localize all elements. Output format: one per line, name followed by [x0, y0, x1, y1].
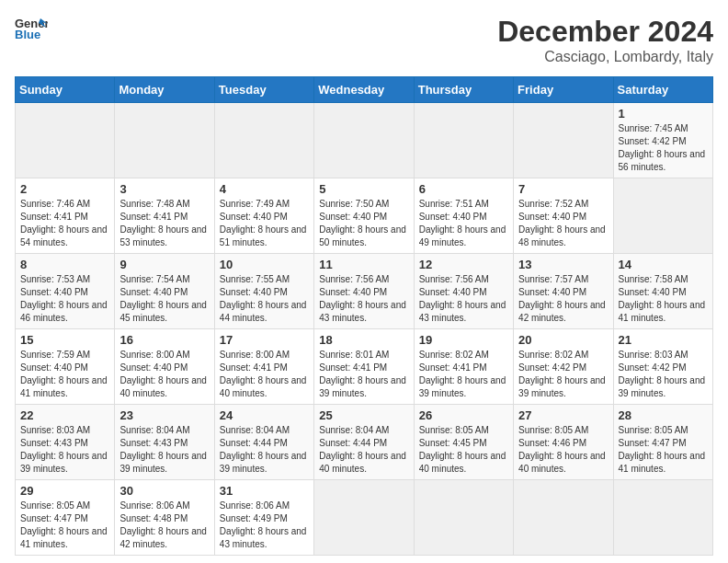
- day-number: 13: [518, 258, 608, 271]
- day-number: 5: [319, 182, 408, 196]
- calendar-cell: 24Sunrise: 8:04 AMSunset: 4:44 PMDayligh…: [214, 405, 313, 480]
- day-number: 14: [619, 258, 708, 271]
- day-info: Sunrise: 8:02 AMSunset: 4:42 PMDaylight:…: [518, 349, 608, 400]
- calendar-cell: [613, 178, 712, 254]
- svg-text:Blue: Blue: [15, 28, 40, 41]
- day-info: Sunrise: 7:55 AMSunset: 4:40 PMDaylight:…: [220, 273, 309, 325]
- calendar-week-row: 1Sunrise: 7:45 AMSunset: 4:42 PMDaylight…: [16, 103, 713, 178]
- day-info: Sunrise: 8:03 AMSunset: 4:43 PMDaylight:…: [20, 424, 109, 476]
- calendar-cell: 10Sunrise: 7:55 AMSunset: 4:40 PMDayligh…: [214, 254, 313, 329]
- day-of-week-header: Sunday: [16, 77, 115, 103]
- day-info: Sunrise: 8:05 AMSunset: 4:47 PMDaylight:…: [20, 500, 109, 551]
- day-info: Sunrise: 7:56 AMSunset: 4:40 PMDaylight:…: [319, 273, 408, 325]
- day-of-week-header: Tuesday: [214, 77, 313, 103]
- day-info: Sunrise: 8:03 AMSunset: 4:42 PMDaylight:…: [619, 349, 708, 400]
- calendar-cell: [115, 103, 214, 178]
- day-number: 11: [319, 258, 408, 271]
- calendar-cell: 14Sunrise: 7:58 AMSunset: 4:40 PMDayligh…: [613, 254, 712, 329]
- calendar-cell: [414, 480, 513, 556]
- day-number: 8: [20, 258, 109, 271]
- day-number: 24: [220, 408, 309, 422]
- day-info: Sunrise: 7:50 AMSunset: 4:40 PMDaylight:…: [319, 198, 408, 249]
- calendar-cell: 1Sunrise: 7:45 AMSunset: 4:42 PMDaylight…: [613, 103, 712, 178]
- calendar-cell: 16Sunrise: 8:00 AMSunset: 4:40 PMDayligh…: [115, 329, 214, 405]
- calendar-cell: 7Sunrise: 7:52 AMSunset: 4:40 PMDaylight…: [514, 178, 613, 254]
- day-number: 12: [419, 258, 508, 271]
- calendar-cell: 8Sunrise: 7:53 AMSunset: 4:40 PMDaylight…: [16, 254, 115, 329]
- calendar-week-row: 8Sunrise: 7:53 AMSunset: 4:40 PMDaylight…: [16, 254, 713, 329]
- calendar-cell: 20Sunrise: 8:02 AMSunset: 4:42 PMDayligh…: [514, 329, 613, 405]
- day-of-week-header: Monday: [115, 77, 214, 103]
- month-title: December 2024: [497, 15, 713, 49]
- day-number: 15: [20, 333, 109, 347]
- day-info: Sunrise: 8:05 AMSunset: 4:46 PMDaylight:…: [518, 424, 608, 476]
- logo: General Blue: [15, 15, 48, 46]
- calendar-cell: 28Sunrise: 8:05 AMSunset: 4:47 PMDayligh…: [613, 405, 712, 480]
- calendar-cell: [314, 480, 414, 556]
- day-of-week-header: Wednesday: [314, 77, 414, 103]
- calendar-cell: 25Sunrise: 8:04 AMSunset: 4:44 PMDayligh…: [314, 405, 414, 480]
- day-number: 21: [619, 333, 708, 347]
- calendar-cell: 22Sunrise: 8:03 AMSunset: 4:43 PMDayligh…: [16, 405, 115, 480]
- calendar-cell: 29Sunrise: 8:05 AMSunset: 4:47 PMDayligh…: [16, 480, 115, 556]
- day-info: Sunrise: 8:04 AMSunset: 4:43 PMDaylight:…: [119, 424, 209, 476]
- day-number: 27: [518, 408, 608, 422]
- day-number: 3: [119, 182, 209, 196]
- day-info: Sunrise: 7:57 AMSunset: 4:40 PMDaylight:…: [518, 273, 608, 325]
- day-info: Sunrise: 7:56 AMSunset: 4:40 PMDaylight:…: [419, 273, 508, 325]
- day-number: 10: [220, 258, 309, 271]
- day-number: 7: [518, 182, 608, 196]
- day-of-week-header: Friday: [514, 77, 613, 103]
- calendar-week-row: 2Sunrise: 7:46 AMSunset: 4:41 PMDaylight…: [16, 178, 713, 254]
- calendar-cell: [214, 103, 313, 178]
- day-number: 6: [419, 182, 508, 196]
- day-info: Sunrise: 7:45 AMSunset: 4:42 PMDaylight:…: [619, 122, 708, 174]
- day-of-week-header: Saturday: [613, 77, 712, 103]
- day-info: Sunrise: 8:04 AMSunset: 4:44 PMDaylight:…: [319, 424, 408, 476]
- day-number: 16: [119, 333, 209, 347]
- calendar-header-row: SundayMondayTuesdayWednesdayThursdayFrid…: [16, 77, 713, 103]
- day-info: Sunrise: 8:04 AMSunset: 4:44 PMDaylight:…: [220, 424, 309, 476]
- calendar-cell: 5Sunrise: 7:50 AMSunset: 4:40 PMDaylight…: [314, 178, 414, 254]
- day-number: 22: [20, 408, 109, 422]
- day-info: Sunrise: 7:59 AMSunset: 4:40 PMDaylight:…: [20, 349, 109, 400]
- day-of-week-header: Thursday: [414, 77, 513, 103]
- calendar-cell: 6Sunrise: 7:51 AMSunset: 4:40 PMDaylight…: [414, 178, 513, 254]
- calendar-week-row: 29Sunrise: 8:05 AMSunset: 4:47 PMDayligh…: [16, 480, 713, 556]
- calendar-week-row: 15Sunrise: 7:59 AMSunset: 4:40 PMDayligh…: [16, 329, 713, 405]
- calendar-cell: 12Sunrise: 7:56 AMSunset: 4:40 PMDayligh…: [414, 254, 513, 329]
- day-info: Sunrise: 8:00 AMSunset: 4:41 PMDaylight:…: [220, 349, 309, 400]
- day-info: Sunrise: 7:54 AMSunset: 4:40 PMDaylight:…: [119, 273, 209, 325]
- calendar-cell: 4Sunrise: 7:49 AMSunset: 4:40 PMDaylight…: [214, 178, 313, 254]
- calendar-table: SundayMondayTuesdayWednesdayThursdayFrid…: [15, 76, 713, 556]
- calendar-cell: 27Sunrise: 8:05 AMSunset: 4:46 PMDayligh…: [514, 405, 613, 480]
- day-number: 9: [119, 258, 209, 271]
- day-number: 23: [119, 408, 209, 422]
- calendar-cell: 21Sunrise: 8:03 AMSunset: 4:42 PMDayligh…: [613, 329, 712, 405]
- day-number: 30: [119, 484, 209, 498]
- calendar-cell: 17Sunrise: 8:00 AMSunset: 4:41 PMDayligh…: [214, 329, 313, 405]
- calendar-cell: 31Sunrise: 8:06 AMSunset: 4:49 PMDayligh…: [214, 480, 313, 556]
- day-info: Sunrise: 8:06 AMSunset: 4:48 PMDaylight:…: [119, 500, 209, 551]
- day-number: 4: [220, 182, 309, 196]
- day-info: Sunrise: 8:01 AMSunset: 4:41 PMDaylight:…: [319, 349, 408, 400]
- day-info: Sunrise: 8:02 AMSunset: 4:41 PMDaylight:…: [419, 349, 508, 400]
- day-info: Sunrise: 8:00 AMSunset: 4:40 PMDaylight:…: [119, 349, 209, 400]
- day-number: 19: [419, 333, 508, 347]
- calendar-cell: [314, 103, 414, 178]
- day-info: Sunrise: 7:51 AMSunset: 4:40 PMDaylight:…: [419, 198, 508, 249]
- calendar-cell: [613, 480, 712, 556]
- calendar-cell: 15Sunrise: 7:59 AMSunset: 4:40 PMDayligh…: [16, 329, 115, 405]
- day-number: 28: [619, 408, 708, 422]
- page-header: General Blue December 2024 Casciago, Lom…: [15, 15, 713, 65]
- calendar-cell: 23Sunrise: 8:04 AMSunset: 4:43 PMDayligh…: [115, 405, 214, 480]
- day-info: Sunrise: 8:05 AMSunset: 4:45 PMDaylight:…: [419, 424, 508, 476]
- calendar-cell: 30Sunrise: 8:06 AMSunset: 4:48 PMDayligh…: [115, 480, 214, 556]
- calendar-cell: 18Sunrise: 8:01 AMSunset: 4:41 PMDayligh…: [314, 329, 414, 405]
- calendar-cell: [16, 103, 115, 178]
- day-info: Sunrise: 7:48 AMSunset: 4:41 PMDaylight:…: [119, 198, 209, 249]
- day-number: 31: [220, 484, 309, 498]
- day-number: 25: [319, 408, 408, 422]
- location-title: Casciago, Lombardy, Italy: [497, 49, 713, 65]
- day-info: Sunrise: 7:53 AMSunset: 4:40 PMDaylight:…: [20, 273, 109, 325]
